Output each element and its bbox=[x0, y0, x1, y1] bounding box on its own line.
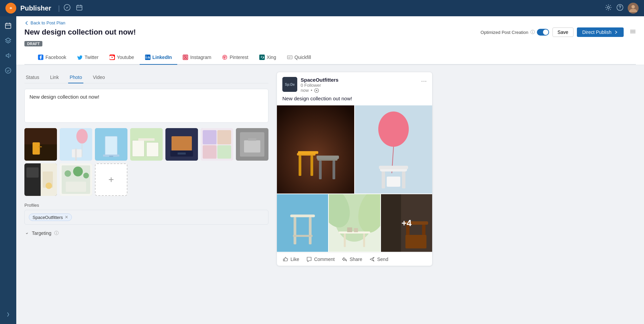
targeting-label: Targeting bbox=[32, 230, 52, 236]
preview-share-button[interactable]: Share bbox=[341, 256, 362, 262]
svg-text:Sp:De: Sp:De bbox=[285, 83, 295, 86]
image-thumb-1[interactable] bbox=[24, 128, 57, 161]
calendar-nav-icon[interactable] bbox=[76, 4, 83, 13]
sidebar-item-expand[interactable] bbox=[1, 308, 15, 321]
preview-image-grid: +4 bbox=[277, 105, 432, 252]
svg-rect-87 bbox=[294, 217, 296, 244]
sub-tabs: Status Link Photo Video bbox=[24, 72, 268, 83]
tab-xing[interactable]: Xing bbox=[254, 50, 282, 65]
preview-send-button[interactable]: Send bbox=[369, 256, 388, 262]
svg-rect-76 bbox=[317, 156, 339, 159]
svg-point-3 bbox=[607, 6, 609, 8]
svg-rect-12 bbox=[630, 33, 636, 33]
svg-rect-41 bbox=[172, 136, 192, 153]
save-button[interactable]: Save bbox=[552, 27, 573, 37]
profiles-input[interactable]: SpaceOutfitters × bbox=[24, 210, 268, 225]
targeting-info-icon[interactable]: ⓘ bbox=[54, 230, 59, 236]
preview-comment-button[interactable]: Comment bbox=[306, 256, 335, 262]
settings-icon[interactable] bbox=[605, 4, 612, 13]
add-image-button[interactable]: + bbox=[95, 163, 127, 196]
image-thumb-9[interactable] bbox=[60, 163, 92, 196]
subtab-video[interactable]: Video bbox=[92, 72, 106, 83]
image-thumb-6[interactable] bbox=[201, 128, 233, 161]
tab-instagram[interactable]: Instagram bbox=[177, 50, 217, 65]
comment-label: Comment bbox=[314, 257, 335, 262]
platform-tabs: Facebook Twitter Youtube LinkedIn Instag… bbox=[24, 50, 636, 65]
svg-rect-81 bbox=[382, 171, 385, 188]
user-avatar[interactable] bbox=[628, 3, 639, 14]
svg-rect-31 bbox=[75, 148, 77, 161]
preview-user-info: SpaceOutfitters 0 Follower now • bbox=[301, 77, 421, 93]
svg-rect-37 bbox=[132, 140, 144, 157]
left-sidebar bbox=[0, 16, 16, 324]
svg-point-7 bbox=[631, 5, 635, 8]
svg-rect-72 bbox=[298, 151, 318, 154]
svg-rect-85 bbox=[277, 194, 328, 252]
nav-right bbox=[605, 3, 639, 14]
optimized-toggle[interactable] bbox=[537, 29, 549, 36]
optimized-info-icon[interactable]: ⓘ bbox=[530, 29, 535, 35]
tab-quickfill[interactable]: Quickfill bbox=[282, 50, 317, 65]
help-icon[interactable] bbox=[616, 4, 624, 13]
svg-rect-74 bbox=[319, 161, 322, 179]
profiles-section: Profiles SpaceOutfitters × bbox=[24, 203, 268, 225]
svg-rect-45 bbox=[203, 130, 217, 144]
svg-point-67 bbox=[316, 90, 317, 91]
svg-rect-47 bbox=[203, 145, 217, 159]
page-header: Back to Post Plan New design collection … bbox=[16, 16, 644, 65]
tab-facebook[interactable]: Facebook bbox=[33, 50, 72, 65]
preview-more-icon[interactable]: ··· bbox=[421, 77, 427, 85]
tag-remove-icon[interactable]: × bbox=[65, 215, 68, 220]
svg-rect-38 bbox=[146, 142, 159, 157]
page-title-row: New design collection out now! Optimized… bbox=[24, 27, 636, 37]
notification-icon[interactable] bbox=[64, 4, 71, 13]
preview-img-bottom-middle bbox=[329, 194, 380, 252]
image-thumb-5[interactable] bbox=[165, 128, 198, 161]
subtab-photo[interactable]: Photo bbox=[68, 72, 83, 83]
svg-point-9 bbox=[5, 68, 11, 73]
svg-rect-33 bbox=[105, 136, 117, 157]
subtab-link[interactable]: Link bbox=[49, 72, 60, 83]
page-title: New design collection out now! bbox=[24, 28, 136, 37]
profiles-label: Profiles bbox=[24, 203, 268, 208]
svg-rect-98 bbox=[354, 228, 358, 232]
post-text-input[interactable]: New design collection out now! bbox=[24, 89, 268, 123]
targeting-row[interactable]: Targeting ⓘ bbox=[24, 230, 268, 236]
sidebar-item-checkmark[interactable] bbox=[1, 64, 15, 77]
direct-publish-button[interactable]: Direct Publish bbox=[577, 27, 624, 37]
svg-rect-25 bbox=[33, 142, 40, 155]
tab-pinterest[interactable]: Pinterest bbox=[217, 50, 254, 65]
sidebar-item-megaphone[interactable] bbox=[1, 49, 15, 62]
svg-rect-8 bbox=[5, 23, 11, 28]
sidebar-item-calendar[interactable] bbox=[1, 19, 15, 33]
image-grid: + bbox=[24, 128, 268, 196]
optimized-label: Optimized Post Creation ⓘ bbox=[481, 29, 549, 36]
subtab-status[interactable]: Status bbox=[24, 72, 41, 83]
svg-rect-82 bbox=[402, 171, 405, 188]
sidebar-item-layers[interactable] bbox=[1, 34, 15, 47]
preview-img-bottom-left bbox=[277, 194, 328, 252]
overlay-count: +4 bbox=[381, 194, 432, 252]
preview-img-top-left bbox=[277, 105, 354, 194]
svg-point-18 bbox=[186, 56, 187, 57]
top-nav: Publisher | bbox=[0, 0, 644, 16]
image-thumb-3[interactable] bbox=[95, 128, 127, 161]
svg-point-28 bbox=[76, 129, 88, 143]
preview-like-button[interactable]: Like bbox=[282, 256, 299, 262]
image-thumb-4[interactable] bbox=[130, 128, 163, 161]
image-thumb-8[interactable] bbox=[24, 163, 57, 196]
draft-badge: DRAFT bbox=[24, 41, 42, 46]
svg-point-57 bbox=[45, 182, 52, 189]
image-thumb-2[interactable] bbox=[60, 128, 92, 161]
page-options-icon[interactable] bbox=[630, 28, 636, 36]
tab-youtube[interactable]: Youtube bbox=[104, 50, 140, 65]
preview-img-top-right bbox=[355, 105, 432, 194]
back-link[interactable]: Back to Post Plan bbox=[24, 20, 636, 25]
image-thumb-7[interactable] bbox=[236, 128, 268, 161]
svg-point-61 bbox=[73, 167, 83, 177]
tab-twitter[interactable]: Twitter bbox=[72, 50, 104, 65]
share-label: Share bbox=[349, 257, 362, 262]
svg-rect-10 bbox=[630, 30, 636, 31]
svg-rect-88 bbox=[309, 217, 311, 244]
tab-linkedin[interactable]: LinkedIn bbox=[140, 50, 178, 65]
